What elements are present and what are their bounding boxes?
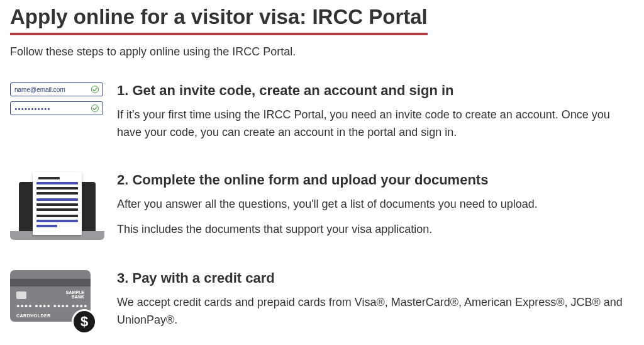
checkmark-icon <box>91 86 99 93</box>
dollar-badge-icon: $ <box>72 309 97 334</box>
step-1: name@email.com ●●●●●●●●●●● 1. Get an inv… <box>10 82 634 142</box>
step-3-heading: 3. Pay with a credit card <box>117 270 634 286</box>
checkmark-icon <box>91 105 99 112</box>
step-2-body-b: This includes the documents that support… <box>117 221 634 239</box>
step-3: SAMPLE BANK ●●●● ●●●● ●●●● ●●●● CARDHOLD… <box>10 270 634 333</box>
step-2-heading: 2. Complete the online form and upload y… <box>117 172 634 188</box>
step-3-body: We accept credit cards and prepaid cards… <box>117 294 634 329</box>
page-title: Apply online for a visitor visa: IRCC Po… <box>10 5 428 35</box>
email-placeholder-text: name@email.com <box>14 86 65 93</box>
credit-card-icon: SAMPLE BANK ●●●● ●●●● ●●●● ●●●● CARDHOLD… <box>10 270 117 333</box>
card-bank-line1: SAMPLE <box>66 290 84 295</box>
step-2: 2. Complete the online form and upload y… <box>10 172 634 240</box>
email-field-graphic: name@email.com <box>10 82 103 96</box>
password-field-graphic: ●●●●●●●●●●● <box>10 101 103 115</box>
password-mask-text: ●●●●●●●●●●● <box>14 106 51 111</box>
card-holder-label: CARDHOLDER <box>16 314 51 318</box>
login-form-icon: name@email.com ●●●●●●●●●●● <box>10 82 117 120</box>
step-1-body: If it's your first time using the IRCC P… <box>117 106 634 142</box>
card-number-mask: ●●●● ●●●● ●●●● ●●●● <box>16 303 87 309</box>
intro-text: Follow these steps to apply online using… <box>10 45 634 59</box>
card-bank-line2: BANK <box>66 295 84 300</box>
step-2-body-a: After you answer all the questions, you'… <box>117 196 634 213</box>
step-1-heading: 1. Get an invite code, create an account… <box>117 82 634 99</box>
laptop-document-icon <box>10 172 117 240</box>
